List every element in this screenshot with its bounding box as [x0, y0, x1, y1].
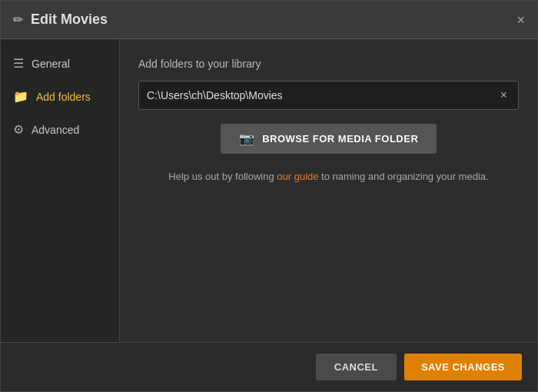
help-text-before: Help us out by following — [168, 171, 277, 182]
help-text: Help us out by following our guide to na… — [138, 169, 519, 184]
folder-icon: 📁 — [13, 89, 28, 104]
title-bar-left: ✏ Edit Movies — [13, 12, 108, 28]
browse-button[interactable]: 📷 BROWSE FOR MEDIA FOLDER — [221, 124, 437, 154]
footer: CANCEL SAVE CHANGES — [1, 342, 537, 391]
gear-icon: ⚙ — [13, 122, 24, 137]
sidebar-item-add-folders-label: Add folders — [36, 91, 91, 103]
main-panel: Add folders to your library × 📷 BROWSE F… — [120, 39, 537, 342]
folder-input-row: × — [138, 81, 519, 110]
help-text-after: to naming and organizing your media. — [319, 171, 489, 182]
title-bar: ✏ Edit Movies × — [1, 1, 537, 39]
sidebar: ☰ General 📁 Add folders ⚙ Advanced — [1, 39, 120, 342]
sidebar-item-general-label: General — [32, 58, 70, 70]
edit-icon: ✏ — [13, 12, 23, 27]
sidebar-item-general[interactable]: ☰ General — [1, 47, 119, 80]
sidebar-item-advanced[interactable]: ⚙ Advanced — [1, 113, 119, 146]
section-label: Add folders to your library — [138, 58, 519, 70]
save-changes-button[interactable]: SAVE CHANGES — [404, 354, 522, 380]
content-area: ☰ General 📁 Add folders ⚙ Advanced Add f… — [1, 39, 537, 342]
close-button[interactable]: × — [516, 13, 525, 27]
sidebar-item-add-folders[interactable]: 📁 Add folders — [1, 80, 119, 113]
dialog-title: Edit Movies — [31, 12, 108, 28]
sidebar-item-advanced-label: Advanced — [32, 124, 79, 136]
cancel-button[interactable]: CANCEL — [316, 354, 397, 380]
camera-icon: 📷 — [239, 131, 255, 146]
clear-folder-button[interactable]: × — [497, 85, 510, 105]
our-guide-link[interactable]: our guide — [277, 171, 318, 182]
edit-movies-dialog: ✏ Edit Movies × ☰ General 📁 Add folders … — [0, 0, 538, 392]
general-icon: ☰ — [13, 56, 24, 71]
folder-path-input[interactable] — [147, 81, 497, 109]
browse-button-label: BROWSE FOR MEDIA FOLDER — [262, 133, 418, 145]
